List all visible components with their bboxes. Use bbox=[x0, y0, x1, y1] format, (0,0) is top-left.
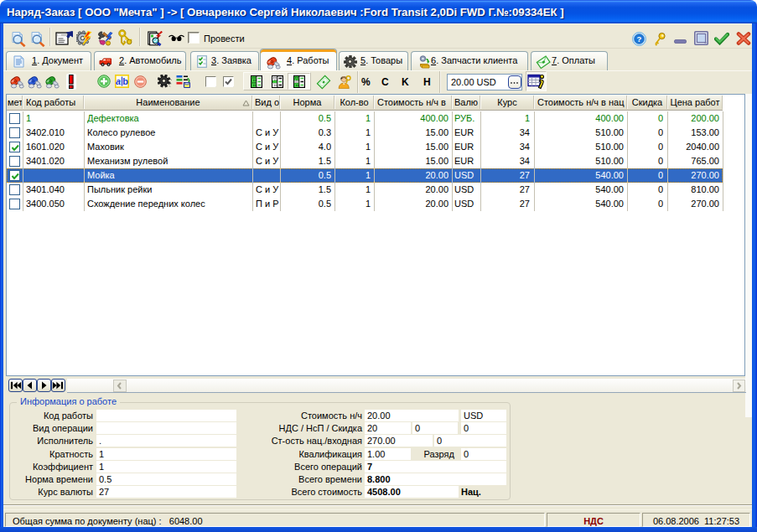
svg-text:a: a bbox=[116, 76, 121, 86]
svg-text:b: b bbox=[122, 76, 128, 86]
svg-text:?: ? bbox=[637, 34, 642, 44]
